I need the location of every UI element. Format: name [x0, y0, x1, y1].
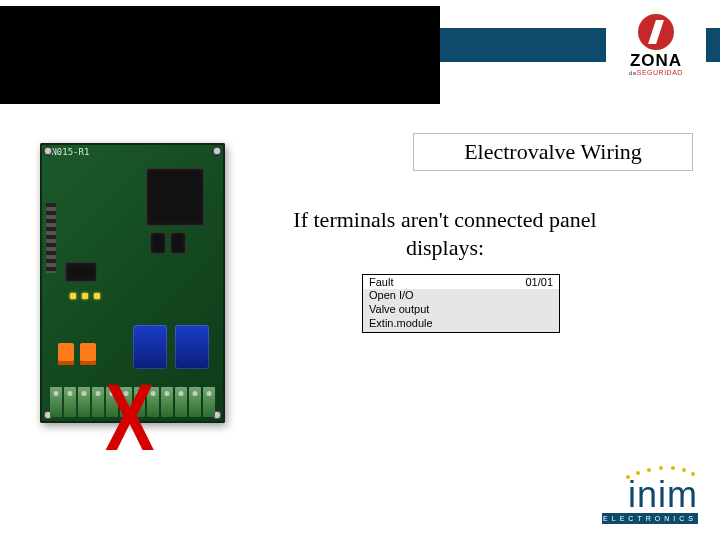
zona-icon — [638, 14, 674, 50]
inim-subtext: ELECTRONICS — [602, 513, 698, 524]
display-index: 01/01 — [525, 276, 553, 288]
chip-icon — [151, 233, 165, 253]
relay-icon — [133, 325, 167, 369]
header-blackbox — [0, 6, 440, 104]
inim-stars-icon — [602, 467, 698, 479]
slide-title: Electrovalve Wiring — [413, 133, 693, 171]
chip-icon — [66, 263, 96, 281]
inim-brand-text: inim — [602, 479, 698, 511]
led-icon — [94, 293, 100, 299]
led-icon — [70, 293, 76, 299]
relay-icon — [175, 325, 209, 369]
panel-display-body: Open I/O Valve output Extin.module — [363, 289, 559, 332]
led-icon — [82, 293, 88, 299]
chip-icon — [147, 169, 203, 225]
capacitor-icon — [58, 343, 74, 365]
logo-zona: ZONA deSEGURIDAD — [606, 14, 706, 76]
mounting-hole-icon — [43, 146, 53, 156]
display-line-3: Valve output — [369, 303, 553, 317]
display-line-4: Extin.module — [369, 317, 553, 331]
zona-brand-text: ZONA — [630, 52, 682, 69]
zona-tagline: deSEGURIDAD — [629, 69, 683, 76]
display-fault-label: Fault — [369, 276, 393, 288]
logo-inim: inim ELECTRONICS — [602, 467, 698, 524]
display-line-2: Open I/O — [369, 289, 553, 303]
x-mark-icon: X — [105, 370, 154, 465]
capacitor-icon — [80, 343, 96, 365]
chip-icon — [171, 233, 185, 253]
panel-display-row-1: Fault 01/01 — [363, 275, 559, 289]
connector-icon — [46, 203, 56, 273]
body-text: If terminals aren't connected panel disp… — [280, 206, 610, 261]
mounting-hole-icon — [212, 146, 222, 156]
panel-display: Fault 01/01 Open I/O Valve output Extin.… — [362, 274, 560, 333]
slide-title-text: Electrovalve Wiring — [464, 139, 642, 165]
